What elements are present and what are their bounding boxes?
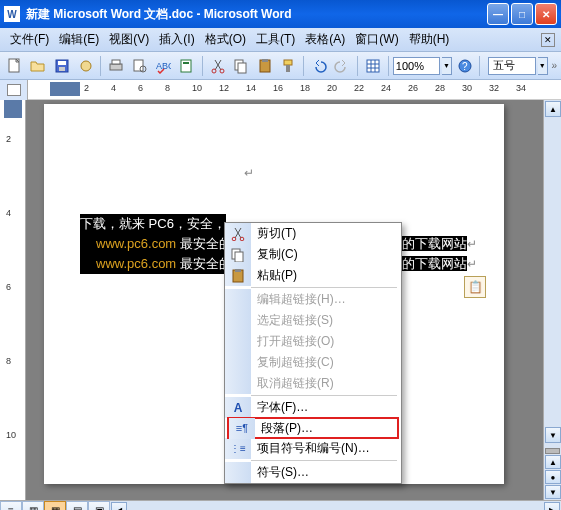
menu-font[interactable]: A 字体(F)… — [225, 397, 401, 418]
menu-cut[interactable]: 剪切(T) — [225, 223, 401, 244]
svg-rect-20 — [367, 60, 379, 72]
svg-rect-19 — [286, 65, 290, 72]
paragraph-mark-icon: ↵ — [244, 166, 254, 180]
research-icon[interactable] — [176, 55, 198, 77]
svg-rect-5 — [110, 64, 122, 70]
new-doc-icon[interactable] — [4, 55, 26, 77]
hyperlink-text[interactable]: www.pc6.com — [96, 256, 176, 271]
cut-icon[interactable] — [207, 55, 229, 77]
zoom-dropdown-icon[interactable]: ▼ — [442, 57, 452, 75]
svg-rect-18 — [284, 60, 292, 65]
menu-copy[interactable]: 复制(C) — [225, 244, 401, 265]
doc-close-button[interactable]: ✕ — [541, 33, 555, 47]
svg-rect-17 — [262, 59, 268, 62]
scroll-up-icon[interactable]: ▲ — [545, 101, 561, 117]
paste-options-icon[interactable]: 📋 — [464, 276, 486, 298]
app-icon: W — [4, 6, 20, 22]
bullets-icon: ⋮≡ — [230, 443, 246, 454]
print-layout-icon[interactable]: ▦ — [44, 501, 66, 510]
menu-bar: 文件(F) 编辑(E) 视图(V) 插入(I) 格式(O) 工具(T) 表格(A… — [0, 28, 561, 52]
scissors-icon — [231, 227, 245, 241]
zoom-field[interactable]: 100% — [393, 57, 440, 75]
svg-rect-32 — [235, 269, 241, 272]
fontsize-field[interactable]: 五号 — [488, 57, 535, 75]
menu-table[interactable]: 表格(A) — [301, 29, 349, 50]
normal-view-icon[interactable]: ≡ — [0, 501, 22, 510]
menu-window[interactable]: 窗口(W) — [351, 29, 402, 50]
window-title: 新建 Microsoft Word 文档.doc - Microsoft Wor… — [26, 6, 487, 23]
menu-select-hyperlink: 选定超链接(S) — [225, 310, 401, 331]
menu-edit-hyperlink: 编辑超链接(H)… — [225, 289, 401, 310]
table-icon[interactable] — [362, 55, 384, 77]
format-painter-icon[interactable] — [278, 55, 300, 77]
web-view-icon[interactable]: ▥ — [22, 501, 44, 510]
context-menu: 剪切(T) 复制(C) 粘贴(P) 编辑超链接(H)… 选定超链接(S) 打开超… — [224, 222, 402, 484]
svg-point-12 — [212, 69, 216, 73]
maximize-button[interactable]: □ — [511, 3, 533, 25]
svg-text:?: ? — [462, 61, 468, 72]
svg-point-27 — [232, 237, 236, 241]
title-bar: W 新建 Microsoft Word 文档.doc - Microsoft W… — [0, 0, 561, 28]
scroll-right-icon[interactable]: ▶ — [544, 502, 560, 510]
copy-icon[interactable] — [230, 55, 252, 77]
menu-bullets[interactable]: ⋮≡ 项目符号和编号(N)… — [225, 438, 401, 459]
svg-point-4 — [81, 61, 91, 71]
help-icon[interactable]: ? — [454, 55, 476, 77]
svg-rect-7 — [134, 60, 143, 71]
print-preview-icon[interactable] — [129, 55, 151, 77]
svg-rect-3 — [59, 67, 65, 71]
save-icon[interactable] — [51, 55, 73, 77]
menu-file[interactable]: 文件(F) — [6, 29, 53, 50]
close-button[interactable]: ✕ — [535, 3, 557, 25]
standard-toolbar: ABC 100% ▼ ? 五号 ▼ » — [0, 52, 561, 80]
vertical-ruler: 246810 — [0, 100, 26, 500]
menu-remove-hyperlink: 取消超链接(R) — [225, 373, 401, 394]
svg-rect-15 — [238, 63, 246, 73]
menu-edit[interactable]: 编辑(E) — [55, 29, 103, 50]
fontsize-dropdown-icon[interactable]: ▼ — [538, 57, 548, 75]
menu-symbol[interactable]: 符号(S)… — [225, 462, 401, 483]
svg-rect-2 — [58, 61, 66, 65]
reading-view-icon[interactable]: ▣ — [88, 501, 110, 510]
spellcheck-icon[interactable]: ABC — [153, 55, 175, 77]
font-icon: A — [234, 401, 243, 415]
horizontal-scrollbar[interactable]: ◀ ▶ — [110, 501, 561, 510]
prev-page-icon[interactable]: ▲ — [545, 455, 561, 469]
selected-text: 下载，就来 PC6，安全， — [80, 214, 226, 234]
minimize-button[interactable]: — — [487, 3, 509, 25]
menu-insert[interactable]: 插入(I) — [155, 29, 198, 50]
menu-paragraph[interactable]: ≡¶ 段落(P)… — [227, 417, 399, 439]
paste-icon — [231, 269, 245, 283]
split-handle[interactable] — [545, 448, 560, 454]
scroll-left-icon[interactable]: ◀ — [111, 502, 127, 510]
menu-tools[interactable]: 工具(T) — [252, 29, 299, 50]
toolbar-overflow-icon[interactable]: » — [552, 60, 558, 71]
svg-point-13 — [220, 69, 224, 73]
scroll-down-icon[interactable]: ▼ — [545, 427, 561, 443]
next-page-icon[interactable]: ▼ — [545, 485, 561, 499]
menu-paste[interactable]: 粘贴(P) — [225, 265, 401, 286]
horizontal-ruler: 246810121416182022242628303234 — [0, 80, 561, 100]
paste-icon[interactable] — [254, 55, 276, 77]
print-icon[interactable] — [105, 55, 127, 77]
menu-format[interactable]: 格式(O) — [201, 29, 250, 50]
undo-icon[interactable] — [308, 55, 330, 77]
browse-object-icon[interactable]: ● — [545, 470, 561, 484]
menu-help[interactable]: 帮助(H) — [405, 29, 454, 50]
ruler-corner — [0, 80, 28, 100]
permission-icon[interactable] — [75, 55, 97, 77]
svg-rect-30 — [235, 252, 243, 262]
vertical-scrollbar[interactable]: ▲ ▼ ▲ ● ▼ — [543, 100, 561, 500]
paragraph-icon: ≡¶ — [236, 422, 248, 434]
redo-icon[interactable] — [332, 55, 354, 77]
svg-point-28 — [240, 237, 244, 241]
outline-view-icon[interactable]: ▤ — [66, 501, 88, 510]
copy-icon — [231, 248, 245, 262]
hyperlink-text[interactable]: www.pc6.com — [96, 236, 176, 251]
svg-rect-11 — [183, 62, 189, 64]
open-icon[interactable] — [28, 55, 50, 77]
menu-copy-hyperlink: 复制超链接(C) — [225, 352, 401, 373]
svg-rect-10 — [181, 60, 191, 72]
menu-view[interactable]: 视图(V) — [105, 29, 153, 50]
svg-rect-6 — [112, 60, 120, 64]
